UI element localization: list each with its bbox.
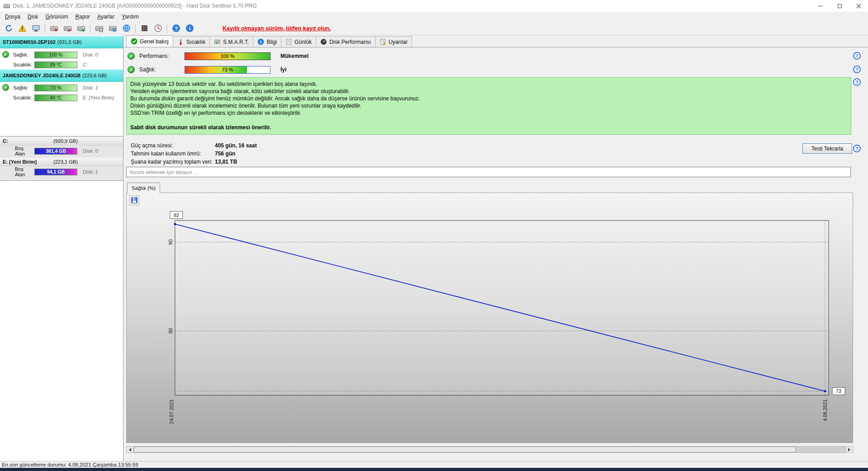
main-panel: Genel bakış Sıcaklık S.M.A.R.T. i Bilgi … [124, 35, 868, 461]
register-link[interactable]: Kayıtlı olmayan sürüm, lütfen kayıt olun… [223, 25, 331, 32]
advisory-line: Diskin günlüğünü düzenli olarak inceleme… [130, 102, 847, 109]
disk-item-0[interactable]: ST1000DM010-2EP102 (931,5 GB) [0, 36, 123, 48]
toolbar-separator [135, 24, 136, 33]
scrollbar-track[interactable] [134, 447, 845, 452]
health-label: Sağlık: [13, 85, 34, 90]
partition-drive: E: [Yeni Birim] [3, 159, 53, 165]
disk-size: (223,6 GB) [82, 73, 107, 78]
menu-dosya[interactable]: Dosya [1, 13, 24, 21]
help-icon[interactable]: ? [853, 66, 861, 73]
tab-genel-bakis[interactable]: Genel bakış [126, 35, 173, 47]
comment-input[interactable] [126, 167, 851, 177]
tab-uyarilar[interactable]: Uyarılar [375, 36, 412, 47]
floppy-save-icon [131, 197, 138, 204]
help-icon[interactable]: ? [853, 145, 861, 152]
health-meter: 73 % [185, 66, 270, 74]
retest-button[interactable]: Testi Tekrarla [802, 143, 852, 154]
overview-check-icon [131, 38, 138, 45]
chart-tab-saglik[interactable]: Sağlık (%) [127, 183, 160, 193]
menu-bar: Dosya Disk Görünüm Rapor Ayarlar Yardım [0, 12, 868, 22]
menu-ayarlar[interactable]: Ayarlar [94, 13, 118, 21]
performance-row: ✓ Performans: 100 % Mükemmel [126, 51, 850, 61]
save-chart-button[interactable] [129, 195, 139, 205]
tab-disk-performansi[interactable]: Disk Performansı [316, 36, 375, 47]
chart-start-value: 92 [174, 212, 179, 218]
menu-gorunum[interactable]: Görünüm [42, 13, 71, 21]
toolbar-separator [167, 24, 167, 33]
health-value: 100 % [49, 52, 63, 57]
performance-rating: Mükemmel [280, 53, 308, 59]
svg-text:i: i [261, 40, 262, 44]
last-update-status: En son güncelleme durumu: 4.08.2021 Çarş… [2, 462, 138, 467]
chart-horizontal-scrollbar[interactable] [126, 446, 853, 453]
status-ok-icon: ✓ [128, 52, 135, 60]
disk-prev-icon[interactable] [62, 23, 73, 34]
title-bar: Disk: 1, JAMESDONKEY JD240LE 240GB [AA00… [0, 0, 868, 12]
tab-bilgi[interactable]: i Bilgi [253, 36, 281, 47]
partition-c[interactable]: C: (930,9 GB) [0, 137, 123, 146]
help-icon[interactable]: ? [853, 78, 861, 86]
partition-c-free-row: Boş Alan 381,4 GB Disk: 0 [0, 146, 123, 156]
toolbar-separator [90, 24, 90, 33]
stat-value: 756 gün [215, 151, 235, 157]
health-label: Sağlık: [139, 66, 185, 73]
menu-yardim[interactable]: Yardım [118, 13, 142, 21]
menu-disk[interactable]: Disk [24, 13, 42, 21]
disk-name: JAMESDONKEY JD240LE 240GB [3, 73, 81, 78]
close-button[interactable] [849, 0, 868, 12]
disk-list-sidebar: ST1000DM010-2EP102 (931,5 GB) ✓ Sağlık: … [0, 35, 123, 461]
alerts-icon[interactable] [16, 23, 28, 34]
smart-icon [214, 38, 221, 45]
status-bar: En son güncelleme durumu: 4.08.2021 Çarş… [0, 461, 868, 468]
scroll-left-button[interactable] [127, 447, 134, 452]
taskbar-strip [0, 468, 868, 471]
free-space-value: 381,4 GB [46, 148, 66, 154]
disk-remove-icon[interactable] [48, 23, 60, 34]
monitor-icon[interactable] [30, 23, 42, 34]
tab-smart[interactable]: S.M.A.R.T. [209, 36, 253, 47]
tab-label: Sıcaklık [186, 39, 205, 45]
help-icon[interactable]: ? [853, 52, 861, 60]
scheduler-icon[interactable] [152, 23, 164, 34]
scroll-right-button[interactable] [845, 447, 853, 452]
tab-sicaklik[interactable]: Sıcaklık [173, 36, 210, 47]
free-space-label: Boş Alan [15, 146, 34, 156]
drive-letter: E: [Yeni Birim] [83, 95, 114, 100]
y-axis-tick: 80 [168, 328, 173, 334]
stat-lifetime: Tahmini kalan kullanım ömrü: 756 gün [126, 150, 257, 158]
disk-sync-icon[interactable] [107, 23, 119, 34]
surface-test-icon[interactable] [138, 23, 150, 34]
maximize-button[interactable] [830, 0, 849, 12]
svg-text:i: i [189, 25, 190, 31]
disk-1-health-row: ✓ Sağlık: 73 % Disk: 1 [0, 83, 123, 93]
disk-item-1[interactable]: JAMESDONKEY JD240LE 240GB (223,6 GB) [0, 70, 123, 82]
disk-number: Disk: 1 [83, 85, 98, 90]
x-axis-tick: 24.07.2021 [169, 399, 174, 424]
app-icon [3, 2, 10, 9]
tab-gunluk[interactable]: Günlük [281, 36, 316, 47]
tab-label: Disk Performansı [329, 39, 371, 45]
disk-number: Disk: 0 [83, 148, 98, 154]
temp-value: 40 °C [50, 95, 62, 100]
disk-report-icon[interactable] [93, 23, 105, 34]
information-icon: i [257, 38, 264, 45]
free-space-value: 94,1 GB [47, 169, 65, 174]
health-rating: İyi [280, 66, 286, 73]
window-title: Disk: 1, JAMESDONKEY JD240LE 240GB [AA00… [13, 3, 256, 9]
world-icon[interactable] [120, 23, 132, 34]
help-icon[interactable]: ? [170, 23, 182, 34]
free-space-bar: 381,4 GB [34, 148, 77, 155]
temp-bar: 39 °C [34, 61, 77, 68]
scrollbar-thumb[interactable] [134, 447, 796, 452]
minimize-icon [818, 6, 823, 6]
partition-e[interactable]: E: [Yeni Birim] (223,1 GB) [0, 158, 123, 166]
health-ok-icon: ✓ [2, 51, 9, 58]
disk-next-icon[interactable] [75, 23, 87, 34]
temp-label: Sıcaklık: [13, 95, 34, 100]
disk-size: (931,5 GB) [57, 39, 82, 45]
minimize-button[interactable] [811, 0, 830, 12]
menu-rapor[interactable]: Rapor [71, 13, 94, 21]
info-icon[interactable]: i [184, 23, 195, 34]
refresh-icon[interactable] [3, 23, 14, 34]
performance-percent: 100 % [185, 53, 270, 60]
